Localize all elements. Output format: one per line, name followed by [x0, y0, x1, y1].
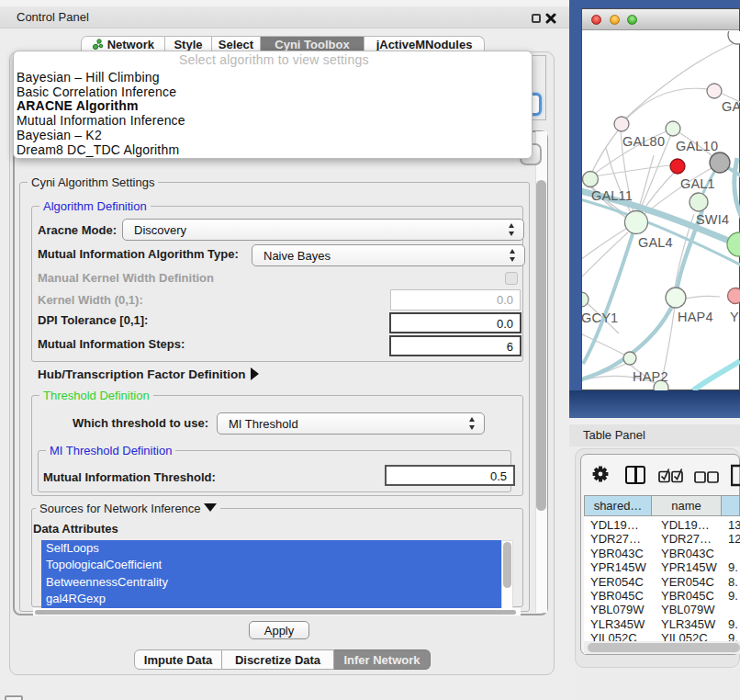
svg-text:HAP4: HAP4 [678, 310, 713, 324]
svg-text:GAL1: GAL1 [680, 176, 715, 191]
svg-text:SWI4: SWI4 [696, 212, 729, 227]
svg-text:GAL10: GAL10 [676, 139, 718, 153]
svg-text:GAL80: GAL80 [622, 134, 665, 149]
svg-text:GCY1: GCY1 [582, 310, 618, 325]
svg-text:Y: Y [730, 310, 739, 324]
svg-text:GAL7: GAL7 [722, 99, 740, 114]
svg-text:GAL4: GAL4 [638, 235, 673, 250]
svg-text:GAL11: GAL11 [591, 188, 633, 203]
svg-text:HAP2: HAP2 [633, 369, 668, 384]
